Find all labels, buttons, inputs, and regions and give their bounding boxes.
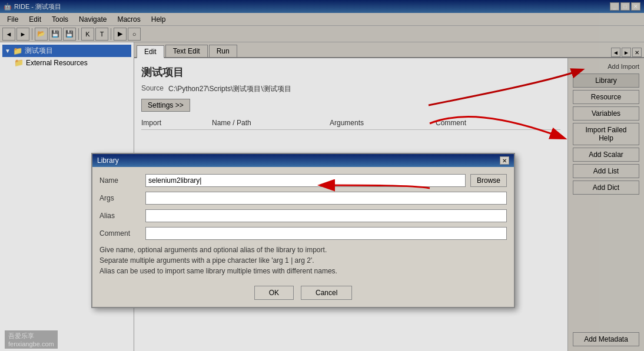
dialog-overlay: Library ✕ Name Browse Args Alias [0,0,644,351]
dialog-alias-label: Alias [99,212,141,220]
dialog-cancel-btn[interactable]: Cancel [301,286,352,300]
dialog-args-row: Args [99,192,507,205]
dialog-name-input[interactable] [145,174,466,187]
dialog-comment-input[interactable] [145,227,507,240]
help-line-1: Give name, optional arguments and option… [99,245,507,255]
dialog-ok-btn[interactable]: OK [254,286,294,300]
dialog-title-bar: Library ✕ [92,154,514,167]
help-line-3: Alias can be used to import same library… [99,266,507,276]
dialog-args-input[interactable] [145,192,507,205]
help-line-2: Separate multiple arguments with a pipe … [99,255,507,266]
dialog-buttons: OK Cancel [99,286,507,300]
dialog-comment-row: Comment [99,227,507,240]
dialog-alias-input[interactable] [145,209,507,222]
dialog-title: Library [97,156,119,165]
dialog-content: Name Browse Args Alias Comment Give [92,167,514,307]
library-dialog: Library ✕ Name Browse Args Alias [91,153,515,308]
dialog-help-text: Give name, optional arguments and option… [99,245,507,276]
dialog-name-label: Name [99,176,141,185]
dialog-close-btn[interactable]: ✕ [500,156,509,165]
dialog-comment-label: Comment [99,229,141,238]
dialog-alias-row: Alias [99,209,507,222]
dialog-browse-btn[interactable]: Browse [470,174,507,187]
watermark: 吾爱乐享fenxiangbe.com [5,330,58,349]
dialog-name-row: Name Browse [99,174,507,187]
dialog-args-label: Args [99,194,141,202]
